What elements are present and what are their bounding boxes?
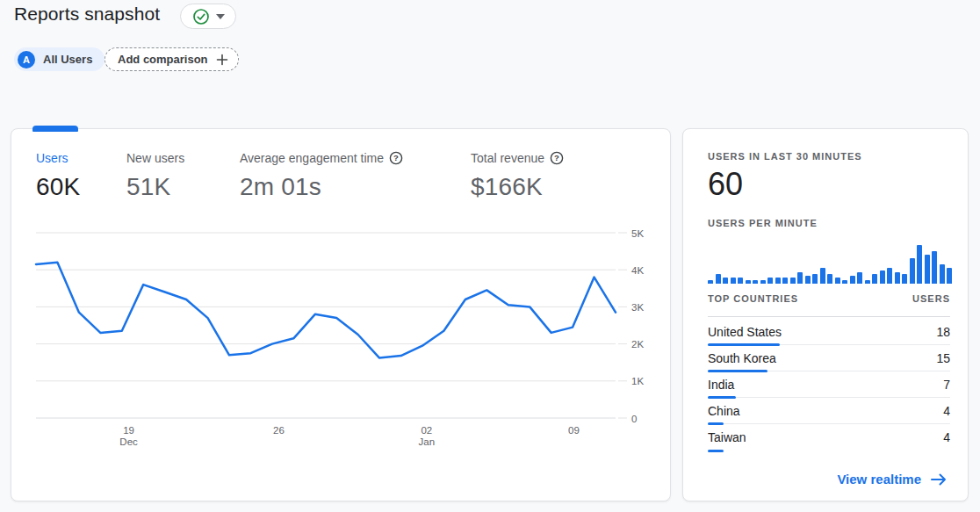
metric-total-revenue-label: Total revenue: [471, 151, 544, 165]
metric-new-users-label: New users: [126, 151, 184, 165]
country-name: India: [708, 378, 734, 392]
metric-new-users[interactable]: New users 51K: [126, 150, 184, 201]
y-tick-label: 2K: [631, 339, 644, 350]
minute-bar: [880, 270, 885, 284]
all-users-chip[interactable]: A All Users: [14, 47, 104, 71]
add-comparison-label: Add comparison: [118, 53, 208, 66]
minute-bar: [842, 280, 847, 284]
minute-bar: [857, 272, 862, 284]
minute-bar: [746, 280, 751, 284]
x-tick-label: Dec: [119, 436, 138, 447]
country-users: 7: [943, 378, 950, 392]
users-30min-label: USERS IN LAST 30 MINUTES: [708, 151, 862, 162]
minute-bar: [887, 268, 892, 284]
top-countries-users-header: USERS: [912, 293, 950, 304]
y-tick-label: 3K: [631, 302, 644, 313]
top-countries-header: TOP COUNTRIES USERS: [708, 293, 950, 317]
add-comparison-button[interactable]: Add comparison: [104, 47, 239, 71]
x-tick-label: Jan: [419, 436, 436, 447]
metric-avg-engagement-time-label: Average engagement time: [240, 151, 384, 165]
minute-bar: [731, 278, 736, 284]
minute-bar: [708, 280, 713, 284]
metric-avg-engagement-time[interactable]: Average engagement time ? 2m 01s: [240, 150, 403, 201]
users-per-minute-label: USERS PER MINUTE: [708, 218, 818, 228]
country-usage-bar: [708, 450, 724, 452]
active-tab-indicator: [32, 126, 78, 132]
metric-users-value: 60K: [36, 173, 80, 201]
users-line-chart: 5K4K3K2K1K019Dec2602Jan09: [36, 224, 651, 452]
minute-bar: [827, 274, 832, 284]
country-name: South Korea: [708, 351, 776, 365]
minute-bar: [797, 272, 803, 284]
avatar: A: [18, 51, 35, 69]
minute-bar: [790, 278, 796, 284]
country-name: United States: [708, 325, 782, 339]
country-row: South Korea 15: [708, 345, 950, 371]
y-tick-label: 0: [631, 414, 637, 424]
realtime-card: USERS IN LAST 30 MINUTES 60 USERS PER MI…: [682, 128, 969, 501]
all-users-label: All Users: [43, 53, 92, 66]
metric-new-users-value: 51K: [126, 173, 184, 201]
country-row: United States 18: [708, 319, 950, 345]
overview-card: Users 60K New users 51K Average engageme…: [11, 128, 671, 501]
minute-bar: [767, 278, 773, 284]
minute-bar: [850, 276, 855, 284]
svg-text:?: ?: [393, 153, 399, 162]
metric-total-revenue[interactable]: Total revenue ? $166K: [471, 150, 564, 201]
minute-bar: [895, 272, 900, 284]
country-users: 18: [936, 325, 950, 339]
country-users: 4: [943, 404, 950, 418]
country-users: 4: [943, 430, 950, 444]
report-status-dropdown[interactable]: [180, 4, 236, 29]
minute-bar: [738, 278, 743, 284]
minute-bar: [917, 245, 922, 284]
minute-bar: [820, 268, 825, 284]
check-circle-icon: [192, 8, 210, 25]
minute-bar: [940, 264, 945, 284]
top-countries-header-label: TOP COUNTRIES: [708, 293, 798, 304]
metric-total-revenue-value: $166K: [471, 173, 564, 201]
country-name: China: [708, 404, 740, 418]
y-tick-label: 1K: [631, 376, 644, 386]
minute-bar: [760, 280, 766, 284]
top-countries-table: United States 18 South Korea 15 India 7 …: [708, 319, 950, 451]
minute-bar: [925, 255, 930, 284]
x-tick-label: 26: [273, 425, 285, 436]
help-icon[interactable]: ?: [550, 151, 564, 165]
minute-bar: [753, 280, 758, 284]
minute-bar: [932, 251, 937, 284]
users-30min-value: 60: [708, 166, 743, 203]
minute-bar: [835, 278, 840, 284]
minute-bar: [812, 274, 818, 284]
plus-icon: [216, 54, 228, 66]
arrow-right-icon: [930, 473, 948, 486]
minute-bar: [947, 268, 952, 284]
page-title: Reports snapshot: [14, 4, 160, 25]
metric-users-label: Users: [36, 151, 68, 165]
country-row: Taiwan 4: [708, 424, 950, 451]
metric-avg-engagement-time-value: 2m 01s: [240, 173, 403, 201]
svg-text:?: ?: [554, 153, 559, 162]
users-per-minute-chart: [708, 245, 952, 284]
x-tick-label: 02: [421, 425, 432, 436]
metric-users[interactable]: Users 60K: [36, 150, 80, 201]
view-realtime-link[interactable]: View realtime: [837, 472, 948, 487]
y-tick-label: 5K: [631, 228, 644, 239]
minute-bar: [716, 274, 721, 284]
minute-bar: [775, 278, 781, 284]
minute-bar: [723, 278, 728, 284]
country-users: 15: [936, 351, 950, 365]
minute-bar: [805, 276, 811, 284]
country-row: China 4: [708, 398, 950, 424]
help-icon[interactable]: ?: [389, 151, 403, 165]
minute-bar: [902, 274, 907, 284]
minute-bar: [782, 278, 788, 284]
chevron-down-icon: [216, 14, 225, 19]
view-realtime-label: View realtime: [837, 472, 921, 487]
country-name: Taiwan: [708, 430, 746, 444]
country-row: India 7: [708, 371, 950, 398]
x-tick-label: 09: [568, 425, 580, 436]
minute-bar: [865, 280, 870, 284]
y-tick-label: 4K: [631, 265, 644, 276]
minute-bar: [872, 274, 877, 284]
